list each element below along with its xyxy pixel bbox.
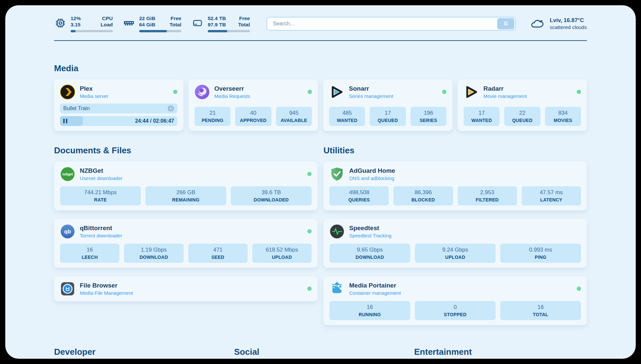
header-divider	[54, 40, 587, 41]
section-title-developer: Developer	[54, 347, 227, 357]
disk-free-value: 52.4 TB	[208, 15, 226, 21]
playback-time: 24:44 / 02:06:47	[135, 118, 174, 124]
stat-chip: 0 STOPPED	[415, 301, 496, 320]
filebrowser-card[interactable]: File Browser Media File Management	[54, 276, 318, 301]
disk-free-label: Free	[238, 15, 250, 21]
cpu-usage-label: CPU	[101, 15, 113, 21]
stat-chip: 471 SEED	[188, 244, 248, 263]
cpu-load-value: 3.15	[71, 21, 81, 28]
top-bar: 12% 3.15 CPU Load	[54, 5, 587, 32]
stat-chip: 618.52 Mbps UPLOAD	[252, 244, 312, 263]
app-title: Speedtest	[349, 225, 391, 232]
cpu-progress-bar	[71, 30, 113, 32]
stat-chip: 2,953 FILTERED	[458, 186, 517, 205]
developer-links-column: Developer GH Github github.com SO StackO…	[54, 347, 227, 359]
app-subtitle: Media Requests	[214, 93, 250, 99]
media-grid: Plex Media server Bullet Train	[54, 79, 587, 131]
stat-chip: 39.6 TB DOWNLOADED	[231, 186, 312, 205]
radarr-card[interactable]: Radarr Movie management 17 WANTED 22 QUE…	[458, 79, 587, 131]
app-subtitle: DNS and adblocking	[349, 175, 395, 181]
disk-progress-bar	[208, 30, 250, 32]
cpu-load-label: Load	[101, 21, 113, 28]
app-subtitle: Movie management	[483, 93, 527, 99]
playback-progress-bar: 24:44 / 02:06:47	[60, 116, 177, 126]
stat-chip: 86,396 BLOCKED	[393, 186, 453, 205]
portainer-card[interactable]: Media Portainer Container management 16 …	[323, 276, 587, 325]
stat-chip: 744.21 Mbps RATE	[60, 186, 141, 205]
ram-total-label: Total	[169, 21, 181, 28]
status-dot	[307, 229, 312, 233]
cloud-icon	[531, 18, 545, 30]
app-title: AdGuard Home	[349, 167, 395, 174]
now-playing-title: Bullet Train	[63, 106, 168, 111]
app-subtitle: Torrent downloader	[80, 233, 122, 238]
status-dot	[442, 90, 446, 94]
qbittorrent-card[interactable]: qb qBittorrent Torrent downloader 16 LEE…	[54, 219, 318, 268]
stat-chip: 16 LEECH	[60, 244, 119, 263]
adguard-icon	[329, 167, 345, 182]
stat-chip: 21 PENDING	[195, 107, 230, 126]
stream-icon	[168, 105, 174, 112]
stat-chip: 485 WANTED	[329, 107, 365, 126]
disk-total-label: Total	[238, 21, 250, 28]
cpu-usage-value: 12%	[71, 15, 81, 21]
ram-progress-bar	[139, 30, 181, 32]
app-subtitle: Media server	[80, 93, 108, 99]
section-title-documents: Documents & Files	[54, 145, 318, 156]
stat-chip: 498,508 QUERIES	[329, 186, 389, 205]
svg-text:qb: qb	[64, 228, 71, 235]
ram-total-value: 64 GiB	[139, 21, 155, 28]
status-dot	[577, 90, 581, 94]
filebrowser-icon	[60, 281, 75, 296]
disk-total-value: 97.9 TB	[208, 21, 226, 28]
app-subtitle: Series management	[349, 93, 393, 99]
ram-stat-widget: 22 GiB 64 GiB Free Total	[123, 15, 181, 32]
search-input[interactable]	[267, 21, 497, 27]
speedtest-card[interactable]: Speedtest Speedtest Tracking 9.65 Gbps D…	[323, 219, 587, 268]
stat-chip: 945 AVAILABLE	[276, 107, 312, 126]
stat-chip: 22 QUEUED	[504, 107, 540, 126]
app-title: Radarr	[483, 85, 527, 92]
cpu-icon	[54, 15, 67, 31]
weather-widget: Lviv, 16.87°C scattered clouds	[531, 17, 587, 30]
speedtest-icon	[329, 224, 345, 239]
app-title: Overseerr	[214, 85, 250, 92]
nzbget-card[interactable]: nzbget NZBGet Usenet downloader 744.21 M…	[54, 162, 318, 210]
section-title-utilities: Utilities	[323, 145, 587, 156]
stat-chip: 9.65 Gbps DOWNLOAD	[329, 244, 410, 263]
stat-chip: 9.24 Gbps UPLOAD	[415, 244, 496, 263]
utilities-column: Utilities AdGuard Home DNS and	[323, 145, 587, 334]
app-subtitle: Speedtest Tracking	[349, 233, 391, 238]
plex-card[interactable]: Plex Media server Bullet Train	[54, 79, 183, 131]
app-subtitle: Media File Management	[80, 290, 133, 296]
adguard-card[interactable]: AdGuard Home DNS and adblocking 498,508 …	[323, 162, 587, 210]
overseerr-card[interactable]: Overseerr Media Requests 21 PENDING 40 A…	[189, 79, 318, 131]
sonarr-icon	[329, 84, 344, 100]
weather-condition: scattered clouds	[550, 24, 587, 30]
documents-column: Documents & Files nzbget NZBGet Usenet d…	[54, 145, 318, 334]
app-subtitle: Container management	[349, 290, 401, 296]
section-title-media: Media	[54, 63, 587, 74]
status-dot	[307, 172, 312, 176]
app-title: qBittorrent	[80, 225, 122, 232]
app-title: Plex	[80, 85, 108, 92]
google-search-button[interactable]: G	[497, 18, 514, 29]
section-title-entertainment: Entertainment	[414, 347, 587, 357]
app-title: Sonarr	[349, 85, 393, 92]
stat-chip: 266 GB REMAINING	[145, 186, 226, 205]
ram-icon	[123, 15, 135, 31]
nzbget-icon: nzbget	[60, 167, 75, 182]
status-dot	[307, 287, 312, 291]
social-links-column: Social LI LinkedIn linkedin.com TW Twitt…	[234, 347, 407, 359]
plex-icon	[60, 84, 75, 100]
svg-text:nzbget: nzbget	[62, 172, 73, 176]
section-title-social: Social	[234, 347, 407, 357]
stat-chip: 40 APPROVED	[235, 107, 271, 126]
stat-chip: 1.19 Gbps DOWNLOAD	[124, 244, 183, 263]
qbittorrent-icon: qb	[60, 224, 75, 239]
stat-chip: 196 SERIES	[411, 107, 446, 126]
sonarr-card[interactable]: Sonarr Series management 485 WANTED 17 Q…	[323, 79, 452, 131]
dashboard-page: 12% 3.15 CPU Load	[5, 5, 636, 359]
status-dot	[173, 90, 177, 94]
stat-chip: 16 RUNNING	[329, 301, 410, 320]
